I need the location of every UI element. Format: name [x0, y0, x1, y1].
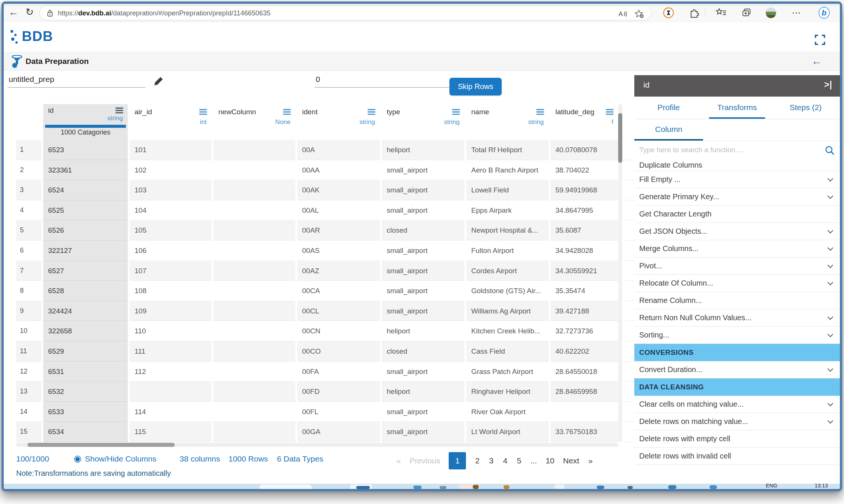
table-cell[interactable] — [130, 381, 212, 402]
row-number[interactable]: 7 — [16, 261, 41, 281]
row-number[interactable]: 6 — [16, 241, 41, 261]
collapse-panel-icon[interactable]: >| — [824, 80, 832, 90]
table-cell[interactable]: 101 — [130, 140, 212, 160]
add-favorite-icon[interactable] — [634, 9, 644, 20]
column-header-type[interactable]: typestring — [382, 104, 464, 140]
transform-item[interactable]: Convert Duration... — [634, 361, 840, 378]
row-number[interactable]: 13 — [16, 381, 41, 402]
table-cell[interactable]: 28.84659958 — [551, 381, 618, 402]
edit-pencil-icon[interactable] — [153, 76, 164, 88]
table-cell[interactable]: 00FA — [297, 362, 380, 382]
table-cell[interactable]: 6525 — [43, 200, 128, 221]
row-number[interactable]: 14 — [16, 402, 41, 422]
table-cell[interactable]: 28.64550018 — [551, 362, 618, 382]
table-cell[interactable]: 110 — [130, 321, 212, 341]
table-cell[interactable]: heliport — [382, 140, 464, 160]
table-cell[interactable]: River Oak Airport — [466, 402, 549, 422]
table-cell[interactable]: 6524 — [43, 180, 128, 200]
pagination-page-1[interactable]: 1 — [449, 452, 466, 469]
hourglass-extension-icon[interactable] — [663, 7, 674, 18]
table-cell[interactable]: 114 — [130, 402, 212, 422]
table-cell[interactable]: 323361 — [43, 160, 128, 180]
table-cell[interactable] — [213, 301, 295, 321]
table-cell[interactable]: closed — [382, 341, 464, 362]
tab-column[interactable]: Column — [634, 119, 703, 141]
table-cell[interactable] — [213, 422, 295, 442]
table-cell[interactable]: 00FD — [297, 381, 380, 402]
table-cell[interactable]: small_airport — [382, 200, 464, 221]
column-header-ident[interactable]: identstring — [297, 104, 380, 140]
table-cell[interactable]: 35.35474 — [551, 281, 618, 301]
prep-name-input[interactable]: untitled_prep — [8, 71, 145, 88]
table-cell[interactable]: Grass Patch Airport — [466, 362, 549, 382]
table-cell[interactable]: small_airport — [382, 422, 464, 442]
pagination-page-2[interactable]: 2 — [475, 456, 480, 465]
transform-item[interactable]: Delete rows with invalid cell — [634, 448, 840, 465]
rows-count-link[interactable]: 1000 Rows — [228, 453, 268, 471]
table-cell[interactable]: 59.94919968 — [551, 180, 618, 200]
row-number[interactable]: 15 — [16, 422, 41, 442]
table-cell[interactable]: small_airport — [382, 301, 464, 321]
row-number[interactable]: 12 — [16, 362, 41, 382]
table-cell[interactable]: 115 — [130, 422, 212, 442]
table-cell[interactable]: 34.8647995 — [551, 200, 618, 221]
row-number[interactable]: 11 — [16, 341, 41, 362]
table-cell[interactable]: 32.7273736 — [551, 321, 618, 341]
transform-item[interactable]: Fill Empty ... — [634, 171, 840, 188]
table-cell[interactable] — [213, 321, 295, 341]
table-cell[interactable]: Williams Ag Airport — [466, 301, 549, 321]
table-cell[interactable]: 00AZ — [297, 261, 380, 281]
table-cell[interactable]: small_airport — [382, 261, 464, 281]
transform-item[interactable]: Relocate Of Column... — [634, 275, 840, 292]
skip-rows-button[interactable]: Skip Rows — [449, 78, 502, 95]
browser-back-icon[interactable]: ← — [9, 6, 18, 18]
refresh-icon[interactable]: ↻ — [26, 6, 34, 18]
table-cell[interactable]: small_airport — [382, 362, 464, 382]
transform-item[interactable]: Get Character Length — [634, 206, 840, 223]
table-cell[interactable]: Cordes Airport — [466, 261, 549, 281]
transform-item[interactable]: Delete rows with empty cell — [634, 430, 840, 448]
table-cell[interactable]: 00CA — [297, 281, 380, 301]
back-arrow-icon[interactable]: ← — [811, 55, 822, 67]
vertical-scrollbar[interactable] — [618, 104, 622, 442]
table-cell[interactable]: 6526 — [43, 220, 128, 241]
transform-item[interactable]: Get JSON Objects... — [634, 223, 840, 240]
table-cell[interactable]: 00CO — [297, 341, 380, 362]
table-cell[interactable]: 38.704022 — [551, 160, 618, 180]
table-cell[interactable] — [213, 220, 295, 241]
table-cell[interactable]: heliport — [382, 381, 464, 402]
table-cell[interactable]: small_airport — [382, 241, 464, 261]
profile-avatar[interactable] — [765, 7, 776, 18]
column-header-id[interactable]: idstring1000 Catagories — [43, 104, 128, 140]
extensions-puzzle-icon[interactable] — [688, 7, 700, 18]
transform-item[interactable]: Sorting... — [634, 327, 840, 344]
table-cell[interactable]: 6529 — [43, 341, 128, 362]
show-hide-columns-link[interactable]: Show/Hide Columns — [85, 453, 156, 471]
fullscreen-icon[interactable] — [815, 35, 825, 47]
row-number[interactable]: 4 — [16, 200, 41, 221]
pagination-page-...[interactable]: ... — [530, 456, 537, 465]
table-cell[interactable] — [213, 160, 295, 180]
table-cell[interactable]: 6533 — [43, 402, 128, 422]
table-cell[interactable]: 6534 — [43, 422, 128, 442]
transform-item[interactable]: Clear cells on matching value... — [634, 396, 840, 413]
table-cell[interactable] — [213, 402, 295, 422]
row-number[interactable]: 8 — [16, 281, 41, 301]
data-types-link[interactable]: 6 Data Types — [277, 453, 323, 471]
table-cell[interactable]: 107 — [130, 261, 212, 281]
row-number[interactable]: 5 — [16, 220, 41, 241]
table-cell[interactable] — [551, 402, 618, 422]
table-cell[interactable]: 322658 — [43, 321, 128, 341]
transform-item[interactable]: Rename Column... — [634, 292, 840, 309]
table-cell[interactable]: 00CN — [297, 321, 380, 341]
table-cell[interactable]: 109 — [130, 301, 212, 321]
settings-dots-icon[interactable]: ⋯ — [791, 7, 802, 18]
table-cell[interactable]: Fulton Airport — [466, 241, 549, 261]
table-cell[interactable]: 322127 — [43, 241, 128, 261]
table-cell[interactable]: Lowell Field — [466, 180, 549, 200]
table-cell[interactable]: 103 — [130, 180, 212, 200]
table-cell[interactable]: Aero B Ranch Airport — [466, 160, 549, 180]
read-aloud-icon[interactable]: A — [618, 9, 628, 20]
bing-sidebar-icon[interactable]: b — [818, 7, 830, 18]
transform-item[interactable]: Delete rows on matching value... — [634, 413, 840, 430]
